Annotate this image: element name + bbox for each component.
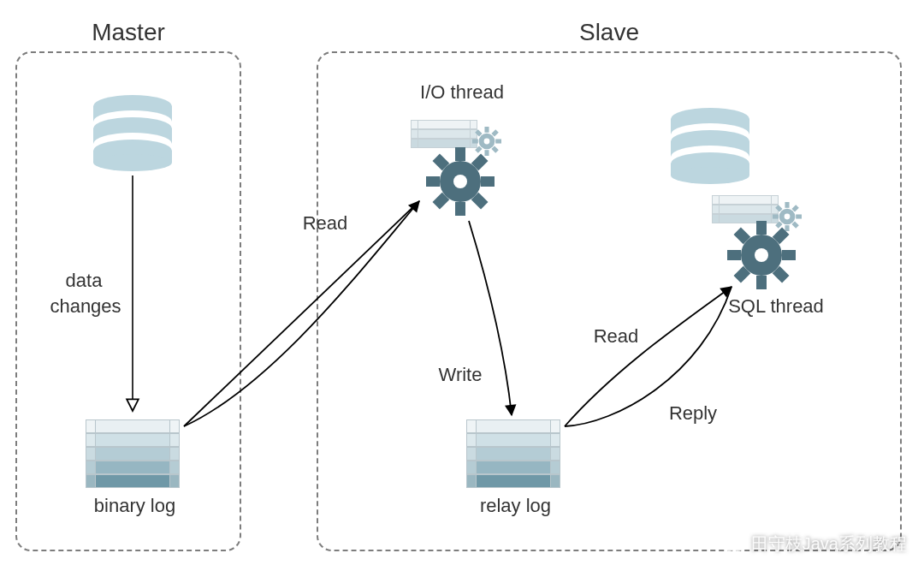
binary-log-label: binary log — [86, 495, 184, 517]
svg-point-47 — [785, 214, 791, 220]
data-changes-label-2: changes — [34, 295, 137, 318]
svg-rect-12 — [495, 139, 501, 143]
io-thread-gear-large-icon — [426, 147, 495, 216]
svg-rect-24 — [455, 202, 465, 216]
svg-rect-51 — [782, 250, 796, 260]
watermark: 田守枝Java系列教程 — [722, 532, 907, 556]
svg-rect-55 — [727, 250, 741, 260]
svg-rect-20 — [455, 147, 465, 161]
svg-rect-10 — [484, 127, 489, 133]
read-relay-label: Read — [582, 325, 650, 348]
watermark-text: 田守枝Java系列教程 — [751, 532, 907, 556]
svg-rect-39 — [785, 202, 789, 208]
svg-rect-41 — [796, 214, 802, 218]
svg-point-8 — [93, 154, 172, 171]
svg-rect-17 — [475, 129, 482, 136]
master-database-icon — [90, 94, 175, 171]
relay-log-icon — [466, 419, 560, 488]
reply-label: Reply — [659, 402, 727, 425]
data-changes-label-1: data — [41, 270, 127, 292]
sql-thread-gear-large-icon — [727, 221, 796, 289]
svg-rect-45 — [773, 214, 779, 218]
svg-rect-16 — [472, 139, 478, 143]
write-relay-label: Write — [426, 364, 495, 386]
diagram-canvas: { "panels": { "master": { "title": "Mast… — [0, 0, 924, 571]
slave-title: Slave — [318, 19, 900, 46]
svg-point-37 — [671, 167, 749, 184]
slave-database-icon — [667, 107, 753, 184]
svg-rect-11 — [491, 129, 498, 136]
io-thread-table-icon — [411, 120, 477, 148]
svg-rect-22 — [481, 176, 495, 187]
read-binlog-label: Read — [291, 212, 359, 235]
svg-rect-26 — [426, 176, 440, 187]
io-thread-label: I/O thread — [406, 81, 518, 104]
sql-thread-label: SQL thread — [712, 295, 840, 318]
sql-thread-table-icon — [712, 195, 779, 223]
wechat-icon — [722, 535, 744, 554]
svg-point-18 — [484, 139, 490, 145]
svg-rect-46 — [775, 205, 782, 211]
relay-log-label: relay log — [466, 495, 565, 517]
binary-log-icon — [86, 419, 180, 488]
master-title: Master — [17, 19, 240, 46]
svg-point-57 — [755, 248, 768, 262]
svg-point-28 — [453, 175, 467, 188]
svg-rect-49 — [756, 221, 767, 235]
svg-rect-53 — [756, 276, 767, 289]
svg-rect-40 — [791, 205, 798, 211]
